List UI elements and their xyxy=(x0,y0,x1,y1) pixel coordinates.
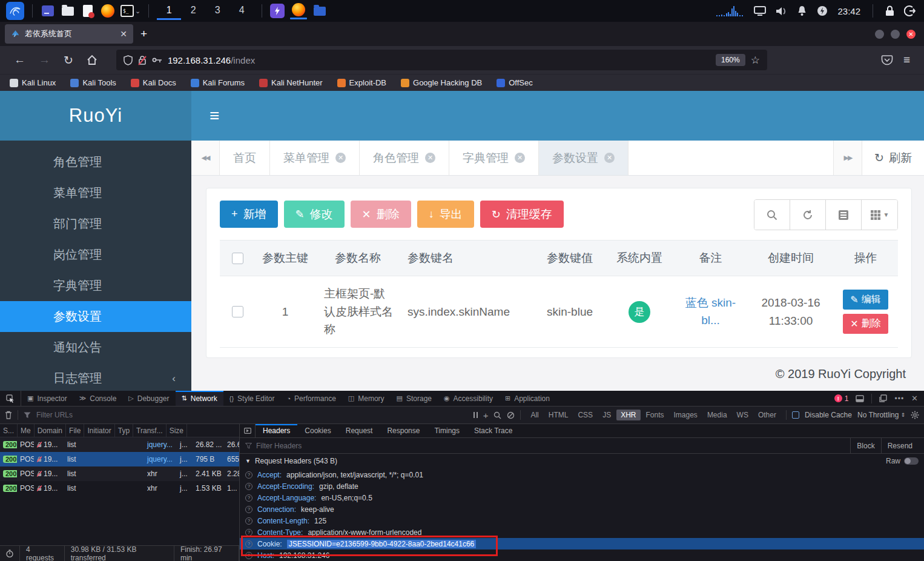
sidebar-item[interactable]: 参数设置 ‹ xyxy=(0,301,191,332)
meatball-menu-icon[interactable]: ••• xyxy=(894,394,904,403)
devtools-tab[interactable]: ◔ Performance xyxy=(280,391,342,406)
detail-view-button[interactable] xyxy=(826,200,862,230)
lock-screen-icon[interactable] xyxy=(885,5,894,16)
tab-close-icon[interactable]: ✕ xyxy=(604,153,615,163)
type-filter-button[interactable]: Media xyxy=(703,410,731,420)
sidebar-item[interactable]: 菜单管理 ‹ xyxy=(0,178,191,208)
workspace-button[interactable]: 4 xyxy=(229,2,254,20)
block-icon[interactable] xyxy=(507,411,515,419)
clear-requests-trash-icon[interactable] xyxy=(5,411,12,419)
row-checkbox[interactable] xyxy=(232,306,243,317)
bookmark-item[interactable]: Kali Tools xyxy=(70,78,116,87)
key-icon[interactable] xyxy=(152,56,162,64)
request-column-header[interactable]: Typ xyxy=(115,424,133,437)
toolbar-action-button[interactable]: + 新增 xyxy=(220,201,278,228)
bookmark-item[interactable]: Exploit-DB xyxy=(337,78,386,87)
sidebar-item[interactable]: 角色管理 ‹ xyxy=(0,147,191,178)
kali-menu-button[interactable] xyxy=(6,2,24,20)
header-help-icon[interactable]: ? xyxy=(245,529,252,536)
devtools-tab[interactable]: ▤ Storage xyxy=(391,391,438,406)
column-header[interactable]: 备注 xyxy=(673,250,748,266)
type-filter-button[interactable]: WS xyxy=(733,410,753,420)
details-tab[interactable]: Stack Trace xyxy=(467,424,520,437)
refresh-table-button[interactable] xyxy=(790,200,826,230)
terminal-launcher-icon[interactable]: $_⌄ xyxy=(120,4,140,18)
page-tab[interactable]: 菜单管理 ✕ xyxy=(270,141,360,175)
request-row[interactable]: 200 POS 19... list xhr j... 1.53 KB 1... xyxy=(0,481,239,496)
column-header[interactable]: 创建时间 xyxy=(748,250,833,266)
filter-urls-input[interactable]: Filter URLs xyxy=(36,411,73,419)
back-button[interactable]: ← xyxy=(7,53,32,67)
type-filter-button[interactable]: Images xyxy=(670,410,702,420)
display-icon[interactable] xyxy=(754,6,766,16)
request-column-header[interactable]: S... xyxy=(0,424,18,437)
header-row[interactable]: ? Accept: application/json, text/javascr… xyxy=(240,469,924,480)
columns-dropdown-button[interactable]: ▼ xyxy=(862,200,897,230)
close-window-button[interactable]: ✕ xyxy=(906,30,916,39)
search-icon[interactable] xyxy=(493,411,501,419)
request-row[interactable]: 200 POS 19... list jquery... j... 26.82 … xyxy=(0,437,239,452)
request-column-header[interactable]: Initiator xyxy=(84,424,114,437)
reload-button[interactable]: ↻ xyxy=(57,53,80,67)
details-tab[interactable]: Response xyxy=(380,424,427,437)
header-help-icon[interactable]: ? xyxy=(245,483,252,490)
sidebar-item[interactable]: 岗位管理 ‹ xyxy=(0,239,191,270)
browser-tab[interactable]: 若依系统首页 ✕ xyxy=(5,24,133,44)
page-tab[interactable]: 参数设置 ✕ xyxy=(539,141,629,175)
url-bar[interactable]: 192.168.31.246/index 160% ☆ xyxy=(116,50,767,70)
forward-button[interactable]: → xyxy=(32,53,57,67)
firefox-launcher-icon[interactable] xyxy=(101,4,115,18)
menu-hamburger-icon[interactable]: ≡ xyxy=(897,53,917,67)
request-column-header[interactable]: Me xyxy=(18,424,35,437)
separate-window-icon[interactable] xyxy=(879,394,887,402)
sidebar-toggle-icon[interactable]: ≡ xyxy=(210,106,219,125)
running-app-firefox[interactable] xyxy=(290,3,307,19)
bookmark-item[interactable]: OffSec xyxy=(497,78,533,87)
page-tab[interactable]: 首页 ✕ xyxy=(220,141,270,175)
home-button[interactable] xyxy=(80,55,104,65)
header-help-icon[interactable]: ? xyxy=(245,494,252,502)
delete-button[interactable]: ✕删除 xyxy=(843,314,888,334)
select-all-checkbox[interactable] xyxy=(232,253,243,264)
request-headers-section[interactable]: ▼ Request Headers (543 B) Raw xyxy=(240,454,924,469)
column-header[interactable]: 参数主键 xyxy=(255,250,315,266)
resend-button[interactable]: Resend xyxy=(881,438,919,453)
bookmark-item[interactable]: Kali Forums xyxy=(191,78,245,87)
disable-cache-checkbox[interactable] xyxy=(792,411,799,419)
bookmark-item[interactable]: Kali NetHunter xyxy=(259,78,323,87)
column-header[interactable]: 参数名称 xyxy=(315,250,400,266)
header-row[interactable]: ? Host: 192.168.31.246 xyxy=(240,549,924,561)
type-filter-button[interactable]: Other xyxy=(754,410,780,420)
type-filter-button[interactable]: CSS xyxy=(573,410,597,420)
url-text[interactable]: 192.168.31.246/index xyxy=(168,55,710,65)
type-filter-button[interactable]: All xyxy=(526,410,543,420)
notifications-bell-icon[interactable] xyxy=(797,5,807,16)
tab-close-icon[interactable]: ✕ xyxy=(515,153,525,163)
edit-button[interactable]: ✎编辑 xyxy=(843,290,888,310)
shield-icon[interactable] xyxy=(124,55,133,65)
power-manager-icon[interactable] xyxy=(817,5,828,16)
header-row[interactable]: ? Accept-Encoding: gzip, deflate xyxy=(240,480,924,492)
header-help-icon[interactable]: ? xyxy=(245,517,252,525)
devtools-tab[interactable]: {} Style Editor xyxy=(223,391,281,406)
file-manager-icon[interactable] xyxy=(61,4,75,18)
bookmark-item[interactable]: Kali Linux xyxy=(10,78,56,87)
volume-icon[interactable] xyxy=(776,6,787,16)
error-badge-icon[interactable]: ! xyxy=(834,394,842,402)
workspace-button[interactable]: 1 xyxy=(157,2,181,20)
collapse-details-icon[interactable] xyxy=(240,424,256,437)
type-filter-button[interactable]: Fonts xyxy=(642,410,668,420)
tabs-scroll-left-button[interactable]: ◀◀ xyxy=(191,141,220,175)
details-tab[interactable]: Timings xyxy=(427,424,467,437)
header-row[interactable]: ? Connection: keep-alive xyxy=(240,503,924,515)
header-row[interactable]: ? Cookie: JSESSIONID=e2136599-9bb0-4922-… xyxy=(240,538,924,549)
tab-close-icon[interactable]: ✕ xyxy=(335,153,346,163)
pocket-icon[interactable] xyxy=(881,55,893,65)
clock[interactable]: 23:42 xyxy=(837,6,860,16)
tabs-scroll-right-button[interactable]: ▶▶ xyxy=(833,141,862,175)
header-row[interactable]: ? Content-Type: application/x-www-form-u… xyxy=(240,526,924,538)
page-tab[interactable]: 字典管理 ✕ xyxy=(449,141,539,175)
header-help-icon[interactable]: ? xyxy=(245,471,252,479)
cpu-graph-icon[interactable] xyxy=(715,5,744,17)
remark-link[interactable]: 蓝色 skin-bl... xyxy=(676,294,745,329)
